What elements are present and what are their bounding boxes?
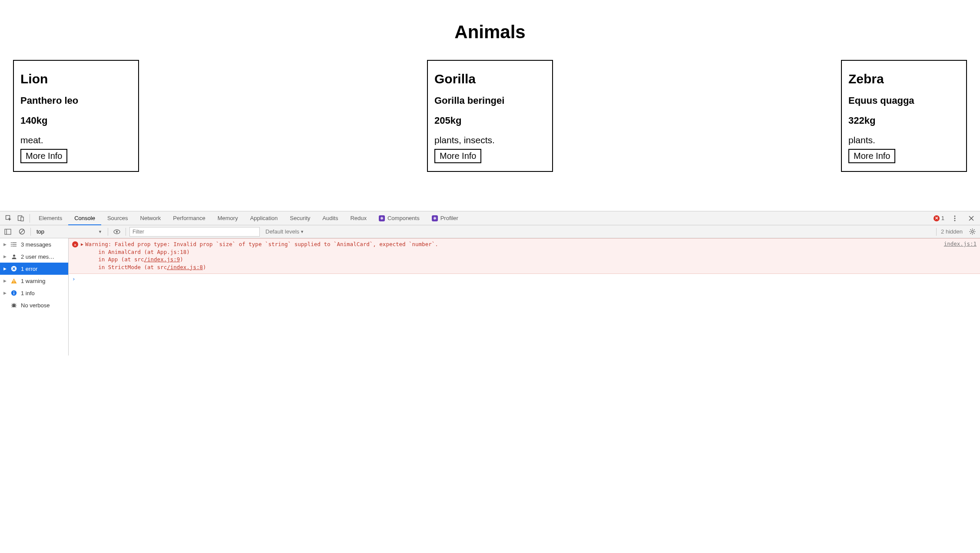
sidebar-item-label: 3 messages xyxy=(21,241,51,248)
devtools-tabs: Elements Console Sources Network Perform… xyxy=(33,211,464,225)
divider xyxy=(936,228,937,236)
svg-point-24 xyxy=(11,242,12,243)
more-info-button[interactable]: More Info xyxy=(434,149,481,163)
tab-audits[interactable]: Audits xyxy=(316,211,344,225)
divider xyxy=(108,228,108,236)
clear-console-icon[interactable] xyxy=(17,227,27,237)
console-prompt[interactable]: › xyxy=(69,274,980,284)
sidebar-item-errors[interactable]: ▶ 1 error xyxy=(0,263,68,275)
svg-rect-2 xyxy=(21,217,23,221)
error-icon xyxy=(10,265,17,272)
svg-rect-6 xyxy=(5,229,11,234)
user-icon xyxy=(10,253,17,260)
sidebar-item-verbose[interactable]: No verbose xyxy=(0,299,68,311)
tab-application[interactable]: Application xyxy=(244,211,284,225)
svg-line-19 xyxy=(973,230,974,230)
device-toolbar-icon[interactable] xyxy=(15,212,27,224)
svg-point-12 xyxy=(971,230,973,233)
svg-rect-29 xyxy=(13,280,14,282)
animal-species: Equus quagga xyxy=(848,95,960,106)
error-icon: ✕ xyxy=(934,215,940,221)
animal-diet: plants, insects. xyxy=(434,135,546,145)
sidebar-item-user-messages[interactable]: ▶ 2 user mes… xyxy=(0,250,68,263)
tab-profiler[interactable]: ⚛Profiler xyxy=(426,211,464,225)
error-icon: ✕ xyxy=(72,241,78,247)
sidebar-item-label: 1 info xyxy=(21,290,35,296)
svg-line-37 xyxy=(12,304,13,305)
levels-label: Default levels xyxy=(265,228,299,235)
error-text: Warning: Failed prop type: Invalid prop … xyxy=(85,240,940,271)
chevron-right-icon: ▶ xyxy=(3,254,7,259)
animal-size: 140kg xyxy=(20,115,132,126)
divider xyxy=(30,214,30,223)
tab-label: Profiler xyxy=(440,215,458,221)
svg-point-5 xyxy=(954,220,956,221)
toggle-sidebar-icon[interactable] xyxy=(3,227,13,237)
tab-network[interactable]: Network xyxy=(134,211,167,225)
svg-point-3 xyxy=(954,215,956,217)
chevron-right-icon: ▶ xyxy=(3,267,7,271)
console-settings-icon[interactable] xyxy=(967,227,977,237)
svg-point-4 xyxy=(954,217,956,219)
animal-card: Lion Panthero leo 140kg meat. More Info xyxy=(13,60,139,172)
chevron-right-icon: ▶ xyxy=(3,242,7,247)
sidebar-item-warnings[interactable]: ▶ 1 warning xyxy=(0,275,68,287)
console-output: ✕ ▶ Warning: Failed prop type: Invalid p… xyxy=(69,238,980,356)
animal-name: Zebra xyxy=(848,72,960,86)
console-toolbar: top ▼ Default levels ▼ 2 hidden xyxy=(0,225,980,238)
close-devtools-icon[interactable] xyxy=(965,212,977,224)
animal-diet: meat. xyxy=(20,135,132,145)
animal-species: Gorilla beringei xyxy=(434,95,546,106)
message-source-link[interactable]: index.js:1 xyxy=(940,240,977,271)
animal-size: 205kg xyxy=(434,115,546,126)
kebab-menu-icon[interactable] xyxy=(949,212,961,224)
svg-point-27 xyxy=(13,254,15,257)
context-selector[interactable]: top ▼ xyxy=(34,227,104,236)
animal-name: Gorilla xyxy=(434,72,546,86)
cards-row: Lion Panthero leo 140kg meat. More Info … xyxy=(13,60,967,172)
devtools-tab-bar: Elements Console Sources Network Perform… xyxy=(0,211,980,225)
sidebar-item-label: 2 user mes… xyxy=(21,253,54,260)
svg-point-34 xyxy=(13,304,16,307)
sidebar-item-messages[interactable]: ▶ 3 messages xyxy=(0,238,68,250)
chevron-right-icon: ▶ xyxy=(3,279,7,283)
stack-link[interactable]: /index.js:9 xyxy=(144,256,180,263)
console-error-message[interactable]: ✕ ▶ Warning: Failed prop type: Invalid p… xyxy=(69,238,980,274)
hidden-count: 2 hidden xyxy=(941,228,963,235)
tab-elements[interactable]: Elements xyxy=(33,211,68,225)
svg-line-9 xyxy=(20,230,24,234)
svg-line-40 xyxy=(15,306,16,307)
divider xyxy=(126,228,126,236)
more-info-button[interactable]: More Info xyxy=(848,149,895,163)
stack-link[interactable]: /index.js:8 xyxy=(167,264,203,270)
tab-console[interactable]: Console xyxy=(68,211,101,225)
log-levels-selector[interactable]: Default levels ▼ xyxy=(263,227,306,236)
chevron-down-icon: ▼ xyxy=(300,230,304,234)
tab-sources[interactable]: Sources xyxy=(101,211,134,225)
tab-memory[interactable]: Memory xyxy=(212,211,244,225)
inspect-element-icon[interactable] xyxy=(3,212,15,224)
svg-point-11 xyxy=(116,231,118,233)
more-info-button[interactable]: More Info xyxy=(20,149,67,163)
tab-security[interactable]: Security xyxy=(284,211,316,225)
tab-performance[interactable]: Performance xyxy=(167,211,211,225)
animal-card: Gorilla Gorilla beringei 205kg plants, i… xyxy=(427,60,553,172)
list-icon xyxy=(10,241,17,248)
bug-icon xyxy=(10,302,17,309)
animal-name: Lion xyxy=(20,72,132,86)
live-expression-icon[interactable] xyxy=(112,227,122,237)
svg-line-18 xyxy=(973,233,974,234)
error-count-badge[interactable]: ✕ 1 xyxy=(934,215,944,221)
svg-line-38 xyxy=(15,304,16,305)
svg-line-17 xyxy=(970,230,971,230)
react-devtools-icon: ⚛ xyxy=(379,215,385,221)
warning-icon xyxy=(10,277,17,284)
tab-components[interactable]: ⚛Components xyxy=(373,211,426,225)
filter-input[interactable] xyxy=(129,227,260,237)
tab-redux[interactable]: Redux xyxy=(344,211,373,225)
chevron-right-icon: ▶ xyxy=(3,291,7,295)
svg-rect-30 xyxy=(13,282,14,283)
react-devtools-icon: ⚛ xyxy=(432,215,438,221)
expand-arrow-icon[interactable]: ▶ xyxy=(81,242,83,271)
sidebar-item-info[interactable]: ▶ 1 info xyxy=(0,287,68,299)
